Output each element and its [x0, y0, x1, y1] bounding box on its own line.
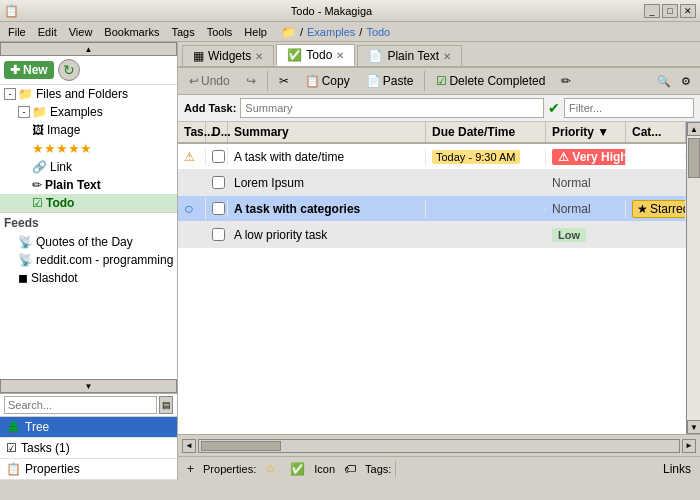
sidebar-item-link[interactable]: 🔗 Link — [0, 158, 177, 176]
edit-button[interactable]: ✏ — [554, 70, 578, 92]
sidebar-item-plain-text[interactable]: ✏ Plain Text — [0, 176, 177, 194]
sidebar-item-label: Link — [50, 160, 72, 174]
toolbar-search-button[interactable]: 🔍 — [654, 71, 674, 91]
task-checkbox[interactable] — [212, 228, 225, 241]
scroll-down-button[interactable]: ▼ — [687, 420, 700, 434]
new-label: New — [23, 63, 48, 77]
sidebar-item-quotes[interactable]: 📡 Quotes of the Day — [0, 233, 177, 251]
tab-todo[interactable]: ✅ Todo ✕ — [276, 44, 355, 66]
tab-plain-text[interactable]: 📄 Plain Text ✕ — [357, 45, 462, 66]
pen-icon: ✏ — [32, 178, 42, 192]
window-title: Todo - Makagiga — [19, 5, 644, 17]
h-scrollbar-bar: ◄ ► — [178, 434, 700, 456]
menu-view[interactable]: View — [63, 24, 99, 40]
task-cell-check[interactable] — [206, 226, 228, 243]
add-property-button[interactable]: + — [182, 460, 199, 478]
sidebar-item-todo[interactable]: ☑ Todo — [0, 194, 177, 212]
tab-widgets[interactable]: ▦ Widgets ✕ — [182, 45, 274, 66]
refresh-button[interactable]: ↻ — [58, 59, 80, 81]
add-task-check-icon[interactable]: ✔ — [548, 100, 560, 116]
h-scroll-track[interactable] — [198, 439, 680, 453]
th-summary[interactable]: Summary — [228, 122, 426, 142]
toolbar-settings-button[interactable]: ⚙ — [676, 71, 696, 91]
sidebar-item-examples[interactable]: - 📁 Examples — [0, 103, 177, 121]
h-scroll-thumb[interactable] — [201, 441, 281, 451]
th-cat[interactable]: Cat... — [626, 122, 686, 142]
copy-button[interactable]: 📋 Copy — [298, 70, 357, 92]
properties-bar: + Properties: ☆ ✅ Icon 🏷 Tags: Links — [178, 456, 700, 480]
search-menu-button[interactable]: ▤ — [159, 396, 173, 414]
task-cell-due — [426, 181, 546, 185]
expand-icon[interactable]: - — [4, 88, 16, 100]
delete-completed-button[interactable]: ☑ Delete Completed — [429, 70, 552, 92]
menu-edit[interactable]: Edit — [32, 24, 63, 40]
path-todo[interactable]: Todo — [366, 26, 390, 38]
menu-file[interactable]: File — [2, 24, 32, 40]
path-examples[interactable]: Examples — [307, 26, 355, 38]
scroll-track[interactable] — [687, 136, 700, 420]
redo-button[interactable]: ↪ — [239, 70, 263, 92]
links-button[interactable]: Links — [658, 460, 696, 478]
scroll-thumb[interactable] — [688, 138, 700, 178]
table-row[interactable]: A low priority task Low — [178, 222, 686, 248]
scissors-button[interactable]: ✂ — [272, 70, 296, 92]
task-checkbox[interactable] — [212, 176, 225, 189]
sidebar-scroll-up[interactable]: ▲ — [0, 42, 177, 56]
menu-tools[interactable]: Tools — [201, 24, 239, 40]
task-cell-priority: Low — [546, 226, 626, 244]
sidebar-item-reddit[interactable]: 📡 reddit.com - programming — [0, 251, 177, 269]
tab-close-widgets[interactable]: ✕ — [255, 51, 263, 62]
sidebar-tab-tasks[interactable]: ☑ Tasks (1) — [0, 438, 177, 459]
table-row[interactable]: Lorem Ipsum Normal — [178, 170, 686, 196]
path-sep1: 📁 — [281, 25, 296, 39]
new-button[interactable]: ✚ New — [4, 61, 54, 79]
h-scroll-right[interactable]: ► — [682, 439, 696, 453]
tab-close-todo[interactable]: ✕ — [336, 50, 344, 61]
table-row[interactable]: ○ A task with categories Normal — [178, 196, 686, 222]
search-input[interactable] — [4, 396, 157, 414]
sidebar-tab-properties[interactable]: 📋 Properties — [0, 459, 177, 480]
check-property-button[interactable]: ✅ — [285, 460, 310, 478]
task-cell-check[interactable] — [206, 174, 228, 191]
vertical-scrollbar[interactable]: ▲ ▼ — [686, 122, 700, 434]
h-scroll-left[interactable]: ◄ — [182, 439, 196, 453]
minimize-button[interactable]: _ — [644, 4, 660, 18]
expand-icon[interactable]: - — [18, 106, 30, 118]
sidebar-scroll-down[interactable]: ▼ — [0, 379, 177, 393]
menu-help[interactable]: Help — [238, 24, 273, 40]
tree-icon: 🌲 — [6, 420, 21, 434]
scroll-up-button[interactable]: ▲ — [687, 122, 700, 136]
task-cell-num — [178, 233, 206, 237]
star-property-button[interactable]: ☆ — [260, 460, 281, 478]
tab-label: Widgets — [208, 49, 251, 63]
table-inner: Tas... D... Summary Due Date/Time Priori… — [178, 122, 686, 434]
table-row[interactable]: ⚠ A task with date/time Today - 9:30 AM — [178, 144, 686, 170]
maximize-button[interactable]: □ — [662, 4, 678, 18]
title-bar-left: 📋 — [4, 4, 19, 18]
menu-bookmarks[interactable]: Bookmarks — [98, 24, 165, 40]
filter-input[interactable] — [564, 98, 694, 118]
task-cell-due: Today - 9:30 AM — [426, 148, 546, 166]
th-priority[interactable]: Priority ▼ — [546, 122, 626, 142]
sidebar-item-files-folders[interactable]: - 📁 Files and Folders — [0, 85, 177, 103]
th-done[interactable]: D... — [206, 122, 228, 142]
sidebar-item-slashdot[interactable]: ◼ Slashdot — [0, 269, 177, 287]
sidebar-item-stars[interactable]: ★★★★★ — [0, 139, 177, 158]
tab-close-plain-text[interactable]: ✕ — [443, 51, 451, 62]
sidebar-item-image[interactable]: 🖼 Image — [0, 121, 177, 139]
th-task[interactable]: Tas... — [178, 122, 206, 142]
task-cell-check[interactable] — [206, 148, 228, 165]
icon-label: Icon — [314, 463, 335, 475]
paste-button[interactable]: 📄 Paste — [359, 70, 421, 92]
undo-button[interactable]: ↩ Undo — [182, 70, 237, 92]
add-task-input[interactable] — [240, 98, 544, 118]
task-cell-check[interactable] — [206, 200, 228, 217]
icon-button[interactable]: 🏷 — [339, 460, 361, 478]
sidebar-tab-tree[interactable]: 🌲 Tree — [0, 417, 177, 438]
task-checkbox[interactable] — [212, 150, 225, 163]
menu-tags[interactable]: Tags — [165, 24, 200, 40]
th-due[interactable]: Due Date/Time — [426, 122, 546, 142]
close-button[interactable]: ✕ — [680, 4, 696, 18]
copy-label: Copy — [322, 74, 350, 88]
task-checkbox[interactable] — [212, 202, 225, 215]
